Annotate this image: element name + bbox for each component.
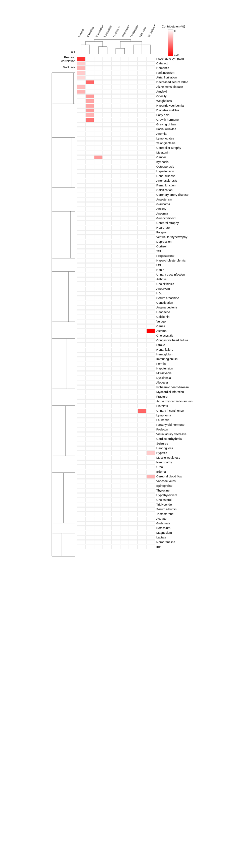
heatmap-cell <box>77 160 85 164</box>
heatmap-cell <box>111 404 120 408</box>
heatmap-cell <box>85 437 94 441</box>
heatmap-cell <box>85 380 94 385</box>
heatmap-cell <box>120 502 129 507</box>
heatmap-cell <box>94 489 103 493</box>
heatmap-row: Testosterone <box>77 512 193 516</box>
heatmap-cell <box>94 75 103 80</box>
heatmap-cell <box>77 428 85 432</box>
col-label-telomere: Telomere attrition <box>111 7 120 37</box>
heatmap-cell <box>129 319 138 324</box>
heatmap-cell <box>138 399 146 404</box>
heatmap-cell <box>77 216 85 221</box>
heatmap-cell <box>129 521 138 526</box>
heatmap-cell <box>94 277 103 282</box>
heatmap-cell <box>146 479 155 484</box>
heatmap-row: Graying of hair <box>77 122 193 127</box>
heatmap-cell <box>111 441 120 446</box>
heatmap-cell <box>103 99 111 103</box>
heatmap-cell <box>94 474 103 479</box>
heatmap-cell <box>111 165 120 169</box>
heatmap-cell <box>94 310 103 314</box>
heatmap-cell <box>120 61 129 66</box>
heatmap-cell <box>129 385 138 390</box>
heatmap-cell <box>77 413 85 418</box>
heatmap-cell <box>94 174 103 178</box>
heatmap-cell <box>77 263 85 268</box>
heatmap-cell <box>138 428 146 432</box>
heatmap-cell <box>94 460 103 465</box>
heatmap-cell <box>77 99 85 103</box>
heatmap-cell <box>94 324 103 329</box>
heatmap-cell <box>138 202 146 207</box>
heatmap-cell <box>146 484 155 488</box>
heatmap-cell <box>129 507 138 512</box>
heatmap-cell <box>77 380 85 385</box>
left-side: 0.2 Pearsoncorrelation 0.25 1.0 <box>48 7 75 559</box>
heatmap-cell <box>120 404 129 408</box>
heatmap-cell <box>103 301 111 305</box>
row-label: Fatigue <box>155 230 166 235</box>
heatmap-cell <box>146 268 155 272</box>
heatmap-cell <box>111 352 120 357</box>
heatmap-cell <box>94 263 103 268</box>
heatmap-cell <box>120 193 129 197</box>
row-label: Epinephrine <box>155 484 172 488</box>
heatmap-cell <box>120 493 129 498</box>
heatmap-cell <box>146 249 155 253</box>
heatmap-cell <box>85 517 94 521</box>
heatmap-cell <box>103 540 111 545</box>
heatmap-cell <box>146 338 155 343</box>
row-label: Graying of hair <box>155 122 176 127</box>
heatmap-cell <box>94 517 103 521</box>
heatmap-cell <box>94 230 103 235</box>
heatmap-cell <box>85 502 94 507</box>
heatmap-cell <box>129 531 138 535</box>
heatmap-cell <box>85 357 94 362</box>
heatmap-cell <box>103 348 111 352</box>
heatmap-cell <box>138 169 146 174</box>
heatmap-cell <box>138 352 146 357</box>
heatmap-cell <box>146 254 155 258</box>
heatmap-cell <box>103 136 111 141</box>
right-side: Proteostasis Nutrient sensing Epigenetic… <box>77 7 193 549</box>
heatmap-cell <box>120 118 129 122</box>
heatmap-cell <box>111 226 120 230</box>
heatmap-cell <box>94 169 103 174</box>
heatmap-cell <box>111 291 120 296</box>
heatmap-cell <box>77 151 85 155</box>
heatmap-cell <box>120 334 129 338</box>
heatmap-cell <box>85 216 94 221</box>
heatmap-row: Asthma <box>77 329 193 333</box>
heatmap-cell <box>85 451 94 455</box>
heatmap-cell <box>120 484 129 488</box>
heatmap-cell <box>146 451 155 455</box>
heatmap-cell <box>138 329 146 333</box>
heatmap-cell <box>103 254 111 258</box>
heatmap-cell <box>94 188 103 192</box>
heatmap-cell <box>94 451 103 455</box>
heatmap-row: Ischaemic heart disease <box>77 385 193 390</box>
heatmap-cell <box>146 132 155 136</box>
heatmap-cell <box>103 263 111 268</box>
heatmap-cell <box>146 113 155 117</box>
heatmap-cell <box>103 249 111 253</box>
row-label: Acute myocardial infarction <box>155 399 193 404</box>
pearson-max: 1.0 <box>71 65 75 68</box>
heatmap-row: Facial wrinkles <box>77 127 193 131</box>
heatmap-cell <box>111 310 120 314</box>
heatmap-cell <box>111 254 120 258</box>
heatmap-cell <box>120 188 129 192</box>
heatmap-cell <box>85 296 94 301</box>
heatmap-row: Osteoporosis <box>77 164 193 169</box>
row-label: Immunoglobulin <box>155 357 178 362</box>
heatmap-cell <box>138 249 146 253</box>
heatmap-cell <box>129 437 138 441</box>
heatmap-cell <box>85 183 94 188</box>
heatmap-cell <box>111 136 120 141</box>
heatmap-cell <box>129 502 138 507</box>
heatmap-cell <box>120 507 129 512</box>
heatmap-cell <box>120 418 129 423</box>
heatmap-cell <box>111 132 120 136</box>
heatmap-cell <box>103 90 111 94</box>
heatmap-row: Renin <box>77 268 193 272</box>
